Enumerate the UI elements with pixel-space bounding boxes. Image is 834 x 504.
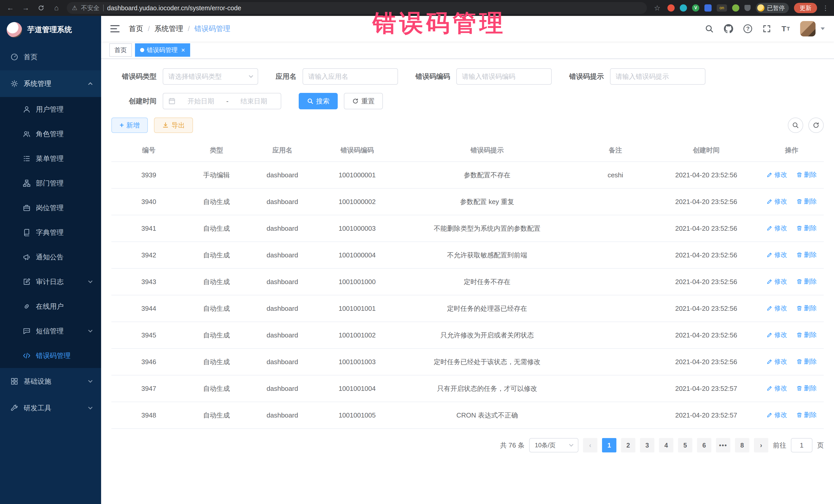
- edit-link[interactable]: 修改: [767, 384, 787, 392]
- extension-icon-red[interactable]: [667, 4, 675, 12]
- page-button[interactable]: 5: [678, 438, 692, 453]
- header-search-icon[interactable]: [705, 24, 714, 33]
- sidebar-item[interactable]: 岗位管理: [0, 196, 101, 220]
- sidebar-item[interactable]: 角色管理: [0, 122, 101, 146]
- delete-link[interactable]: 删除: [796, 330, 817, 339]
- sidebar-item[interactable]: 通知公告: [0, 245, 101, 269]
- edit-link[interactable]: 修改: [767, 411, 787, 419]
- refresh-table-button[interactable]: [808, 117, 824, 133]
- edit-link[interactable]: 修改: [767, 357, 787, 366]
- delete-link[interactable]: 删除: [796, 170, 817, 179]
- sidebar-item[interactable]: 研发工具: [0, 395, 101, 421]
- breadcrumb-item[interactable]: 错误码管理: [195, 24, 231, 34]
- home-icon[interactable]: ⌂: [51, 4, 62, 12]
- sidebar-item[interactable]: 在线用户: [0, 294, 101, 319]
- page-button[interactable]: 1: [602, 438, 616, 453]
- page-button[interactable]: •••: [716, 438, 730, 453]
- breadcrumb-item[interactable]: 首页: [129, 24, 143, 34]
- url-text[interactable]: dashboard.yudao.iocoder.cn/system/error-…: [107, 4, 241, 12]
- delete-link[interactable]: 删除: [796, 357, 817, 366]
- profile-paused-chip[interactable]: 已暂停: [756, 3, 789, 13]
- cell-actions: 修改 删除: [760, 188, 824, 215]
- delete-link[interactable]: 删除: [796, 411, 817, 419]
- export-button[interactable]: 导出: [154, 117, 193, 133]
- sidebar-item[interactable]: 用户管理: [0, 97, 101, 122]
- show-search-toggle-button[interactable]: [788, 117, 803, 133]
- sidebar-item[interactable]: 基础设施: [0, 368, 101, 395]
- help-icon[interactable]: ?: [743, 24, 752, 33]
- reload-icon[interactable]: [36, 5, 46, 11]
- delete-link[interactable]: 删除: [796, 277, 817, 286]
- add-button[interactable]: + 新增: [111, 117, 148, 133]
- edit-link[interactable]: 修改: [767, 170, 787, 179]
- error-code-input[interactable]: [462, 73, 546, 81]
- user-avatar[interactable]: [800, 21, 815, 37]
- user-menu-caret-icon[interactable]: [821, 27, 825, 30]
- update-button[interactable]: 更新: [794, 3, 817, 13]
- extension-icon-on[interactable]: on: [717, 4, 727, 12]
- sidebar-item[interactable]: 首页: [0, 44, 101, 70]
- delete-link[interactable]: 删除: [796, 224, 817, 232]
- back-icon[interactable]: ←: [5, 4, 15, 12]
- cell-actions: 修改 删除: [760, 162, 824, 188]
- table-header-row: 编号类型应用名错误码编码错误码提示备注创建时间操作: [111, 139, 824, 162]
- page-button[interactable]: 4: [659, 438, 673, 453]
- forward-icon[interactable]: →: [21, 4, 31, 12]
- sidebar-item[interactable]: 错误码管理: [0, 343, 101, 368]
- page-button[interactable]: 3: [640, 438, 654, 453]
- fullscreen-icon[interactable]: [762, 24, 771, 33]
- error-message-input[interactable]: [616, 73, 700, 81]
- font-size-icon[interactable]: TT: [782, 24, 790, 33]
- tab[interactable]: 错误码管理 ×: [135, 43, 190, 57]
- sidebar-toggle-icon[interactable]: [110, 25, 119, 32]
- delete-link[interactable]: 删除: [796, 304, 817, 312]
- edit-link[interactable]: 修改: [767, 330, 787, 339]
- audit-log-icon: [23, 278, 31, 286]
- delete-link[interactable]: 删除: [796, 384, 817, 392]
- goto-page-input[interactable]: [791, 438, 812, 453]
- extension-icon-leaf[interactable]: [732, 4, 739, 12]
- sidebar-item[interactable]: 审计日志: [0, 269, 101, 294]
- sidebar-item[interactable]: 字典管理: [0, 220, 101, 245]
- start-date-placeholder[interactable]: 开始日期: [179, 97, 223, 106]
- pinned-extension-icon[interactable]: [744, 5, 751, 11]
- app-logo[interactable]: 芋道管理系统: [0, 16, 101, 44]
- edit-link[interactable]: 修改: [767, 277, 787, 286]
- extension-icon-blue[interactable]: [704, 4, 711, 12]
- github-icon[interactable]: [724, 24, 733, 34]
- sidebar-item[interactable]: 菜单管理: [0, 146, 101, 171]
- sidebar-item[interactable]: 部门管理: [0, 171, 101, 196]
- security-label[interactable]: 不安全: [81, 4, 100, 12]
- address-bar[interactable]: ⚠ 不安全 dashboard.yudao.iocoder.cn/system/…: [67, 2, 647, 14]
- edit-link[interactable]: 修改: [767, 304, 787, 312]
- prev-page-button[interactable]: ‹: [583, 438, 597, 453]
- sidebar-item[interactable]: 系统管理: [0, 70, 101, 97]
- cell-memo: [578, 215, 653, 242]
- breadcrumb-item[interactable]: 系统管理: [154, 24, 183, 34]
- date-range-picker[interactable]: 开始日期 - 结束日期: [163, 93, 281, 109]
- delete-link[interactable]: 删除: [796, 250, 817, 259]
- tab[interactable]: 首页: [109, 43, 132, 57]
- edit-link[interactable]: 修改: [767, 224, 787, 232]
- next-page-button[interactable]: ›: [754, 438, 768, 453]
- cell-id: 3947: [111, 375, 186, 402]
- bookmark-star-icon[interactable]: ☆: [652, 4, 662, 12]
- sidebar-item[interactable]: 短信管理: [0, 319, 101, 343]
- end-date-placeholder[interactable]: 结束日期: [232, 97, 276, 106]
- app-name-input[interactable]: [308, 73, 392, 81]
- browser-menu-kebab-icon[interactable]: ⋮: [822, 4, 829, 12]
- reset-button[interactable]: 重置: [344, 93, 383, 109]
- tab-close-icon[interactable]: ×: [181, 47, 185, 53]
- extension-icon-green[interactable]: V: [692, 4, 699, 12]
- page-button[interactable]: 2: [621, 438, 635, 453]
- search-button[interactable]: 搜索: [299, 93, 338, 109]
- page-button[interactable]: 8: [735, 438, 749, 453]
- edit-link[interactable]: 修改: [767, 197, 787, 205]
- page-button[interactable]: 6: [697, 438, 711, 453]
- page-size-select[interactable]: 10条/页: [529, 438, 578, 453]
- edit-link[interactable]: 修改: [767, 250, 787, 259]
- extension-icon-teal[interactable]: [680, 4, 687, 12]
- delete-link[interactable]: 删除: [796, 197, 817, 205]
- chevron-icon: [88, 328, 93, 333]
- error-type-select[interactable]: 请选择错误码类型: [163, 68, 258, 85]
